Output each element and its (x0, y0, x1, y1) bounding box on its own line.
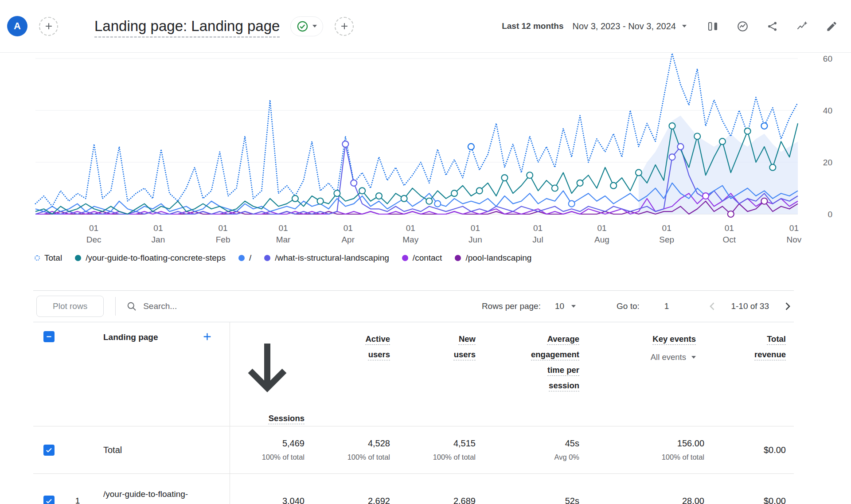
svg-text:Aug: Aug (594, 235, 609, 244)
chart-circle-icon[interactable] (737, 20, 749, 32)
timeseries-chart: 020406001Dec01Jan01Feb01Mar01Apr01May01J… (0, 53, 851, 290)
svg-text:Jul: Jul (532, 235, 543, 244)
svg-text:0: 0 (828, 210, 832, 219)
plus-icon (44, 21, 54, 31)
active-users-cell: 2,692 (306, 496, 391, 504)
new-users-cell: 2,689 (391, 496, 477, 504)
avatar[interactable]: A (7, 16, 27, 36)
column-header-key-events[interactable]: Key events All events (581, 322, 706, 426)
svg-text:Jan: Jan (152, 235, 165, 244)
series-swatch (402, 255, 408, 261)
sort-descending-icon (230, 398, 304, 407)
column-header-total-revenue[interactable]: Total revenue (706, 322, 787, 426)
avg-engagement-cell: 52s (477, 496, 581, 504)
svg-text:01: 01 (278, 223, 288, 233)
svg-text:20: 20 (823, 158, 832, 167)
key-events-filter[interactable]: All events (581, 349, 696, 365)
total-revenue: $0.00 (706, 445, 787, 455)
edit-icon[interactable] (826, 20, 838, 32)
table-header-row: Landing page Sessions Active users New u… (33, 322, 794, 426)
svg-text:01: 01 (597, 223, 606, 233)
top-header: A Landing page: Landing page Last 12 mon… (0, 0, 851, 53)
row-checkbox[interactable] (43, 445, 55, 456)
pagination-range: 1-10 of 33 (731, 301, 769, 311)
legend-item-series1: /your-guide-to-floating-concrete-steps (75, 253, 226, 263)
svg-text:40: 40 (823, 106, 832, 115)
table-controls: Plot rows Rows per page: 10 Go to: 1 1-1… (33, 290, 794, 322)
legend-item-total: Total (35, 253, 62, 263)
series-swatch (75, 255, 81, 261)
report-status-pill[interactable] (290, 16, 323, 36)
svg-text:May: May (402, 235, 418, 244)
divider (115, 297, 116, 316)
total-new-users: 4,515 100% of total (391, 438, 477, 461)
table-row-total: Total 5,469 100% of total 4,528 100% of … (33, 426, 794, 474)
legend-label: / (249, 253, 251, 263)
landing-page-cell[interactable]: /your-guide-to-floating-concrete-steps (91, 488, 230, 504)
date-range-label: Last 12 months (502, 21, 563, 31)
comparison-icon[interactable] (707, 20, 719, 32)
plot-rows-button[interactable]: Plot rows (36, 296, 104, 317)
column-header-new-users[interactable]: New users (391, 322, 477, 426)
svg-text:Sep: Sep (659, 235, 674, 244)
svg-text:01: 01 (789, 223, 799, 233)
plus-icon (340, 21, 349, 31)
legend-item-series2: / (238, 253, 251, 263)
row-checkbox[interactable] (43, 496, 55, 504)
svg-text:01: 01 (662, 223, 671, 233)
chevron-down-icon (571, 305, 576, 308)
series-swatch (264, 255, 270, 261)
date-range-caret[interactable] (682, 25, 687, 27)
sessions-cell: 3,040 (230, 474, 306, 504)
chevron-down-icon (312, 25, 317, 27)
svg-text:01: 01 (406, 223, 415, 233)
svg-text:01: 01 (89, 223, 98, 233)
chart-legend: Total /your-guide-to-floating-concrete-s… (0, 252, 851, 264)
svg-text:01: 01 (533, 223, 543, 233)
column-header-active-users[interactable]: Active users (306, 322, 391, 426)
select-all-checkbox[interactable] (43, 331, 55, 342)
svg-text:Oct: Oct (722, 235, 736, 244)
svg-text:Dec: Dec (86, 235, 101, 244)
rows-per-page-select[interactable]: 10 (555, 301, 576, 311)
svg-text:Feb: Feb (216, 235, 230, 244)
rows-per-page-value: 10 (555, 301, 564, 311)
column-header-sessions[interactable]: Sessions (230, 322, 306, 426)
svg-text:01: 01 (725, 223, 734, 233)
insights-icon[interactable] (796, 20, 808, 32)
search-input[interactable] (143, 301, 334, 311)
goto-page-input[interactable]: 1 (664, 301, 669, 311)
total-sessions: 5,469 100% of total (230, 426, 306, 473)
search-icon (126, 301, 137, 312)
legend-label: /contact (413, 253, 442, 263)
total-avg-engagement: 45s Avg 0% (477, 438, 581, 461)
table-row: 1 /your-guide-to-floating-concrete-steps… (33, 474, 794, 504)
rows-per-page-label: Rows per page: (482, 301, 541, 311)
svg-text:01: 01 (471, 223, 480, 233)
total-row-label: Total (91, 445, 230, 455)
legend-label: /what-is-structural-landscaping (275, 253, 389, 263)
date-range-value[interactable]: Nov 3, 2023 - Nov 3, 2024 (573, 21, 676, 31)
goto-label: Go to: (617, 301, 640, 311)
add-comparison-button[interactable] (335, 17, 354, 36)
key-events-cell: 28.00 (581, 496, 706, 504)
revenue-cell: $0.00 (706, 496, 787, 504)
svg-text:01: 01 (344, 223, 353, 233)
svg-text:01: 01 (153, 223, 163, 233)
legend-label: /your-guide-to-floating-concrete-steps (86, 253, 226, 263)
column-header-landing-page[interactable]: Landing page (103, 332, 158, 342)
svg-text:Jun: Jun (468, 235, 482, 244)
legend-label: Total (44, 253, 62, 263)
add-report-button[interactable] (39, 17, 58, 36)
total-series-swatch (35, 255, 40, 261)
chevron-down-icon (691, 356, 696, 359)
previous-page-icon[interactable] (706, 300, 718, 313)
report-title[interactable]: Landing page: Landing page (94, 18, 280, 35)
legend-item-series3: /what-is-structural-landscaping (264, 253, 389, 263)
svg-text:01: 01 (219, 223, 228, 233)
next-page-icon[interactable] (781, 300, 794, 313)
add-dimension-icon[interactable] (202, 331, 213, 342)
column-header-avg-engagement[interactable]: Average engagement time per session (477, 322, 581, 426)
series-swatch (455, 255, 461, 261)
share-icon[interactable] (766, 20, 778, 32)
